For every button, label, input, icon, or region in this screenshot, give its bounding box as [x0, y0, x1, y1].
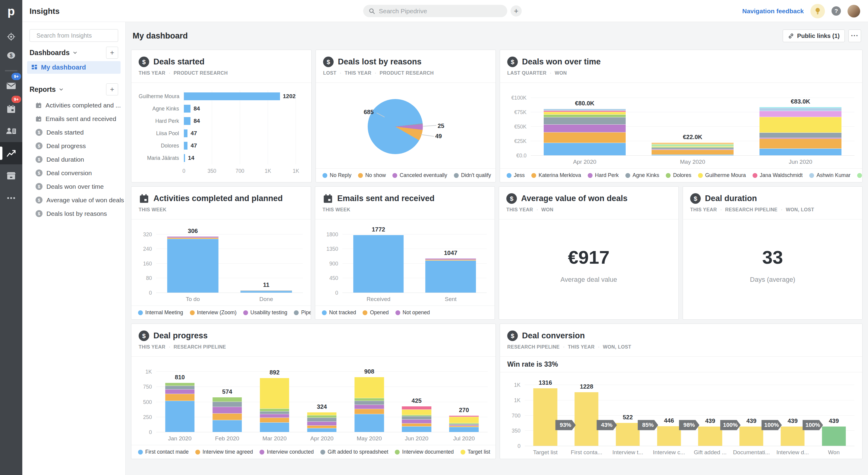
tips-button[interactable]	[810, 4, 825, 19]
bar-segment[interactable]	[760, 149, 841, 155]
bar-segment[interactable]	[260, 422, 289, 432]
legend-item[interactable]: Hard Perk	[588, 172, 619, 178]
bar-Jan 2020[interactable]: 810	[156, 369, 204, 432]
bar-segment[interactable]	[354, 409, 384, 414]
quick-add-button[interactable]: +	[510, 5, 522, 16]
bar-Mar 2020[interactable]: 892	[251, 369, 298, 432]
bar-segment[interactable]	[760, 117, 841, 133]
bar-segment[interactable]	[533, 388, 557, 446]
bar-segment[interactable]	[307, 415, 336, 418]
help-button[interactable]: ?	[832, 6, 841, 15]
card-title[interactable]: Emails sent and received	[337, 194, 435, 203]
add-report-button[interactable]: +	[106, 83, 118, 95]
bar-segment[interactable]	[544, 132, 626, 143]
legend-item[interactable]: Canceled eventually	[393, 172, 447, 178]
insights-search[interactable]	[30, 29, 118, 42]
global-search-input[interactable]: Search Pipedrive	[363, 5, 507, 17]
card-title[interactable]: Deal conversion	[522, 331, 585, 340]
legend-item[interactable]: Jess	[507, 172, 525, 178]
legend-item[interactable]: First contact made	[138, 449, 189, 455]
bar-segment[interactable]	[307, 418, 336, 422]
products-icon[interactable]	[0, 166, 22, 185]
bar-Apr 2020[interactable]: €80.0K	[531, 95, 639, 156]
bar-segment[interactable]	[213, 407, 242, 413]
legend-item[interactable]: No show	[358, 172, 386, 178]
public-links-button[interactable]: Public links (1)	[783, 30, 845, 42]
chevron-down-icon[interactable]	[73, 50, 78, 55]
bar[interactable]	[184, 93, 280, 100]
pie-chart[interactable]	[368, 99, 423, 154]
bar-segment[interactable]	[450, 417, 478, 423]
insights-search-input[interactable]	[36, 32, 116, 39]
add-dashboard-button[interactable]: +	[106, 47, 118, 59]
bar-segment[interactable]	[260, 414, 289, 418]
bar-segment[interactable]	[760, 139, 841, 149]
legend-item[interactable]: Ashwin Kumar	[809, 172, 850, 178]
legend-item[interactable]: Target list	[461, 449, 490, 455]
sidebar-report-item[interactable]: $Deal progress	[22, 139, 125, 152]
bar-segment[interactable]	[544, 117, 626, 125]
leads-icon[interactable]	[0, 27, 22, 46]
bar-First conta...[interactable]: 1228	[566, 385, 607, 446]
contacts-icon[interactable]	[0, 121, 22, 141]
chevron-down-icon[interactable]	[59, 87, 64, 92]
bar-segment[interactable]	[402, 406, 431, 410]
legend-item[interactable]: Not tracked	[322, 309, 356, 316]
bar-segment[interactable]	[165, 386, 194, 389]
bar-segment[interactable]	[760, 108, 841, 111]
legend-item[interactable]: Interview (Zoom)	[190, 309, 237, 316]
bar-Done[interactable]: 11	[230, 232, 303, 293]
bar-segment[interactable]	[354, 414, 384, 432]
bar-segment[interactable]	[165, 383, 194, 386]
bar-May 2020[interactable]: €22.0K	[639, 95, 747, 156]
bar-segment[interactable]	[822, 427, 846, 446]
bar-segment[interactable]	[307, 422, 336, 425]
card-title[interactable]: Average value of won deals	[521, 194, 627, 203]
bar-segment[interactable]	[165, 389, 194, 394]
card-title[interactable]: Deal progress	[153, 331, 208, 340]
bar-Won[interactable]: 439	[813, 385, 855, 446]
sidebar-report-item[interactable]: Activities completed and ...	[22, 98, 125, 112]
bar-segment[interactable]	[544, 112, 626, 114]
bar-segment[interactable]	[402, 410, 431, 415]
bar-segment[interactable]	[213, 414, 242, 420]
bar-segment[interactable]	[213, 402, 242, 407]
bar-segment[interactable]	[760, 111, 841, 117]
bar-segment[interactable]	[354, 398, 384, 401]
bar-segment[interactable]	[616, 423, 640, 446]
bar-segment[interactable]	[544, 143, 626, 155]
sidebar-report-item[interactable]: $Deals won over time	[22, 180, 125, 193]
card-title[interactable]: Deals started	[153, 57, 205, 67]
legend-item[interactable]: Interview documented	[395, 449, 454, 455]
bar-Documentati...[interactable]: 439	[731, 385, 772, 446]
bar-segment[interactable]	[307, 412, 336, 415]
user-avatar[interactable]	[847, 5, 860, 18]
sidebar-report-item[interactable]: Emails sent and received	[22, 112, 125, 126]
bar-segment[interactable]	[544, 125, 626, 132]
bar-segment[interactable]	[425, 261, 476, 293]
pipedrive-logo[interactable]: p	[0, 3, 22, 19]
bar-segment[interactable]	[402, 419, 431, 423]
dashboards-section-label[interactable]: Dashboards	[30, 49, 70, 57]
bar-segment[interactable]	[307, 426, 336, 428]
bar-segment[interactable]	[167, 239, 218, 293]
bar-segment[interactable]	[760, 133, 841, 138]
dashboard-more-button[interactable]: ···	[848, 30, 861, 42]
bar-Jul 2020[interactable]: 270	[440, 369, 488, 432]
bar-segment[interactable]	[575, 392, 598, 446]
deals-icon[interactable]: $	[0, 46, 22, 65]
legend-item[interactable]: Jana Waldschmidt	[752, 172, 803, 178]
card-title[interactable]: Activities completed and planned	[153, 194, 283, 203]
bar-segment[interactable]	[260, 409, 289, 411]
bar-segment[interactable]	[402, 427, 431, 432]
bar[interactable]	[184, 142, 187, 149]
bar-segment[interactable]	[354, 401, 384, 405]
bar-Interview t...[interactable]: 522	[607, 385, 649, 446]
bar-segment[interactable]	[213, 397, 242, 402]
legend-item[interactable]: Agne Kinks	[625, 172, 659, 178]
legend-item[interactable]: Gift added to spreadsheet	[320, 449, 388, 455]
bar[interactable]	[184, 129, 187, 137]
bar[interactable]	[184, 117, 190, 125]
legend-item[interactable]: Interview conducted	[259, 449, 314, 455]
bar[interactable]	[184, 154, 185, 162]
